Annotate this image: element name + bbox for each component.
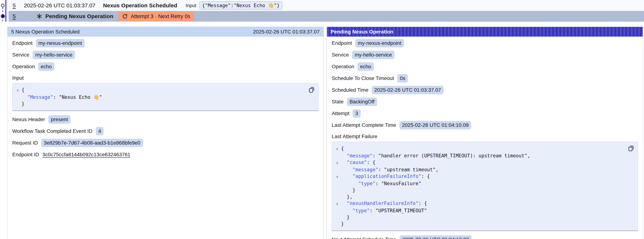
panel-nexus-operation-scheduled: 5 Nexus Operation Scheduled 2025-02-26 U… xyxy=(7,27,324,239)
input-preview-pill: {"Message":"Nexus Echo 👋"} xyxy=(200,2,282,10)
endpoint-id-link[interactable]: 3c0c75ccfa8144b092c13ce632463761 xyxy=(42,152,130,158)
code-text: } xyxy=(341,187,355,194)
code-text: "cause": { xyxy=(341,159,376,166)
event-row-scheduled[interactable]: 5 2025-02-26 UTC 01:03:37.07 Nexus Opera… xyxy=(8,0,644,11)
panel-pending-nexus-operation: Pending Nexus Operation Endpoint my-nexu… xyxy=(327,27,643,239)
collapse-chevron-icon[interactable]: ∨ xyxy=(333,200,341,207)
event-row-pending[interactable]: 5 Pending Nexus Operation Attempt 3 · Ne… xyxy=(8,11,644,22)
detail-row-service: Service my-hello-service xyxy=(332,51,638,59)
field-label: Service xyxy=(12,52,29,58)
code-line: ∨{ xyxy=(333,145,625,152)
event-title: Nexus Operation Scheduled xyxy=(103,2,177,8)
chevron-spacer xyxy=(333,207,341,214)
panel-title: Pending Nexus Operation xyxy=(330,29,393,35)
field-label: Service xyxy=(332,52,349,58)
code-line: } xyxy=(333,214,625,220)
last-attempt-failure-json-block: ∨{"message": "handler error (UPSTREAM_TI… xyxy=(332,142,638,231)
code-text: }, xyxy=(341,194,352,200)
field-value-badge: echo xyxy=(38,62,54,71)
detail-row-endpoint-id: Endpoint ID 3c0c75ccfa8144b092c13ce63246… xyxy=(12,150,318,159)
field-label: Operation xyxy=(12,64,35,70)
chevron-spacer xyxy=(333,180,341,187)
pending-title: Pending Nexus Operation xyxy=(46,13,113,20)
detail-row-attempt: Attempt 3 xyxy=(332,110,638,118)
field-label: Workflow Task Completed Event ID xyxy=(12,128,92,134)
chevron-spacer xyxy=(333,152,341,159)
collapse-chevron-icon[interactable]: ∨ xyxy=(333,159,341,166)
last-attempt-failure-label: Last Attempt Failure xyxy=(332,133,638,140)
detail-panels: 5 Nexus Operation Scheduled 2025-02-26 U… xyxy=(7,27,643,239)
field-label: Nexus Header xyxy=(12,116,45,122)
detail-row-state: State BackingOff xyxy=(332,98,638,106)
event-id-link[interactable]: 5 xyxy=(13,13,16,20)
code-line: ∨"applicationFailureInfo": { xyxy=(333,173,625,180)
code-line: "Message": "Nexus Echo 👋" xyxy=(14,94,306,100)
panel-body: Endpoint my-nexus-endpoint Service my-he… xyxy=(327,36,643,239)
panel-timestamp: 2025-02-26 UTC 01:03:37.07 xyxy=(253,29,320,35)
field-value-badge: 2025-02-26 UTC 01:04:10.09 xyxy=(400,121,471,130)
copy-icon[interactable] xyxy=(308,86,315,93)
copy-icon[interactable] xyxy=(628,145,634,152)
chevron-spacer xyxy=(14,100,22,107)
retry-status-badge: Attempt 3 · Next Retry 0s xyxy=(118,12,194,21)
detail-row-operation: Operation echo xyxy=(332,62,638,71)
field-value-badge: 2025-02-26 UTC 01:04:13.93 xyxy=(400,235,472,239)
code-text: "type": "UPSTREAM_TIMEOUT" xyxy=(341,207,427,214)
detail-row-schedule-to-close-timeout: Schedule To Close Timeout 0s xyxy=(332,74,638,82)
code-line: ∨"nexusHandlerFailureInfo": { xyxy=(333,200,625,207)
code-line: ∨"cause": { xyxy=(333,159,625,166)
field-label: Next Attempt Schedule Time xyxy=(332,236,396,239)
collapse-chevron-icon[interactable]: ∨ xyxy=(333,173,341,180)
detail-row-last-attempt-complete-time: Last Attempt Complete Time 2025-02-26 UT… xyxy=(332,121,638,129)
field-label: Request ID xyxy=(12,140,38,146)
field-value-badge: 0s xyxy=(397,74,408,82)
code-text: } xyxy=(22,100,24,107)
timeline-filled-circle-icon xyxy=(1,15,4,18)
code-text: "message": "upstream timeout", xyxy=(341,166,438,173)
field-label: Last Attempt Complete Time xyxy=(332,122,396,128)
field-value-badge: my-hello-service xyxy=(352,51,394,59)
code-line: } xyxy=(14,100,306,107)
field-label: Endpoint xyxy=(12,40,32,46)
timeline-accent-bar xyxy=(5,0,6,22)
code-line: ∨{ xyxy=(14,86,306,94)
chevron-spacer xyxy=(333,187,341,194)
code-line: } xyxy=(333,187,625,194)
detail-row-scheduled-time: Scheduled Time 2025-02-26 UTC 01:03:37.0… xyxy=(332,86,638,94)
field-value-badge: 4 xyxy=(96,127,104,136)
pending-asterisk-icon xyxy=(36,13,42,20)
panel-body: Endpoint my-nexus-endpoint Service my-he… xyxy=(8,36,323,159)
field-label: Endpoint xyxy=(332,40,352,46)
detail-row-endpoint: Endpoint my-nexus-endpoint xyxy=(12,39,318,47)
field-label: Scheduled Time xyxy=(332,87,368,93)
retry-badge-text: Attempt 3 · Next Retry 0s xyxy=(131,13,190,20)
input-json-block: ∨{"Message": "Nexus Echo 👋"} xyxy=(12,83,318,111)
code-text: { xyxy=(341,145,344,152)
field-value-badge: 3e829b7e-7d67-4b08-aad3-b1e868bfe9e0 xyxy=(41,139,143,147)
collapse-chevron-icon[interactable]: ∨ xyxy=(14,86,22,94)
field-label: Attempt xyxy=(332,110,349,116)
detail-row-nexus-header: Nexus Header present xyxy=(12,116,318,124)
field-label: Endpoint ID xyxy=(12,152,39,158)
code-text: } xyxy=(341,214,350,220)
field-value-badge: my-hello-service xyxy=(32,51,75,59)
detail-row-request-id: Request ID 3e829b7e-7d67-4b08-aad3-b1e86… xyxy=(12,139,318,147)
detail-row-operation: Operation echo xyxy=(12,62,318,71)
collapse-chevron-icon[interactable]: ∨ xyxy=(333,145,341,152)
event-id-link[interactable]: 5 xyxy=(13,2,16,8)
code-text: } xyxy=(341,220,344,227)
field-value-badge: my-nexus-endpoint xyxy=(36,39,84,48)
state-badge: BackingOff xyxy=(347,98,377,106)
detail-row-workflow-task-completed-event-id: Workflow Task Completed Event ID 4 xyxy=(12,127,318,135)
code-text: "message": "handler error (UPSTREAM_TIME… xyxy=(341,152,530,159)
code-line: "type": "NexusFailure" xyxy=(333,180,625,187)
code-line: } xyxy=(333,220,625,227)
code-line: "type": "UPSTREAM_TIMEOUT" xyxy=(333,207,625,214)
input-section-label: Input xyxy=(12,74,318,82)
panel-header: 5 Nexus Operation Scheduled 2025-02-26 U… xyxy=(8,27,323,36)
code-line: }, xyxy=(333,194,625,200)
code-line: "message": "handler error (UPSTREAM_TIME… xyxy=(333,152,625,159)
input-label: Input xyxy=(186,3,196,8)
chevron-spacer xyxy=(333,166,341,173)
field-label: Operation xyxy=(332,64,354,70)
